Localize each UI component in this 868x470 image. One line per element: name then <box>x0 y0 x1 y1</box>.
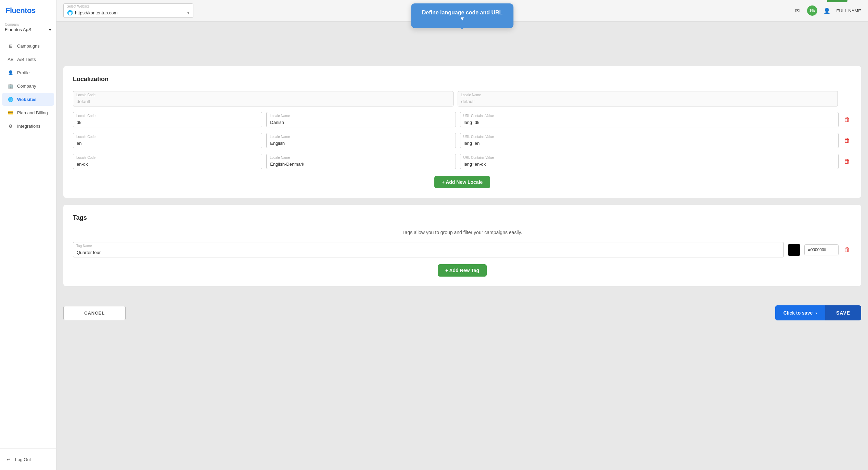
locale-name-label-0: Locale Name <box>270 114 290 118</box>
locale-code-field-1: Locale Code <box>73 133 262 148</box>
default-locale-row: Locale Code Locale Name <box>73 91 852 106</box>
default-code-input[interactable] <box>73 91 454 106</box>
company-selector[interactable]: Company Fluentos ApS ▾ <box>0 21 56 36</box>
avatar[interactable]: 1% <box>807 5 817 16</box>
sidebar-item-company[interactable]: 🏢 Company <box>2 79 54 92</box>
locale-url-field-0: URL Contains Value <box>460 112 839 127</box>
tooltip-line2: ▼ <box>422 16 503 22</box>
website-select-label: Select Website <box>67 4 90 8</box>
sidebar-label-websites: Websites <box>17 97 37 102</box>
chevron-down-icon: ▾ <box>49 27 51 32</box>
locale-name-field-0: Locale Name <box>266 112 456 127</box>
add-tag-button[interactable]: + Add New Tag <box>438 264 487 277</box>
profile-icon: 👤 <box>8 69 14 76</box>
locale-name-input-0[interactable] <box>266 112 456 127</box>
grid-icon: ⊞ <box>8 43 14 49</box>
color-hex-input[interactable] <box>804 244 839 255</box>
website-select[interactable]: Select Website 🌐 https://kontentup.com ▾ <box>63 3 193 18</box>
website-selector-wrapper: Select Website 🌐 https://kontentup.com ▾ <box>63 3 193 18</box>
tag-name-input[interactable] <box>73 242 784 257</box>
locale-url-label-2: URL Contains Value <box>463 156 494 160</box>
locale-url-label-1: URL Contains Value <box>463 135 494 139</box>
mail-icon[interactable]: ✉ <box>793 6 802 15</box>
arrow-right-icon: › <box>815 310 817 316</box>
tag-name-label: Tag Name <box>76 244 92 248</box>
sidebar-item-ab-tests[interactable]: AB A/B Tests <box>2 53 54 66</box>
delete-locale-button-2[interactable]: 🗑 <box>843 156 852 166</box>
sidebar-label-integrations: Integrations <box>17 124 40 129</box>
locale-name-field-2: Locale Name <box>266 154 456 169</box>
locale-url-input-0[interactable] <box>460 112 839 127</box>
tags-card: Tags Tags allow you to group and filter … <box>63 205 861 286</box>
locale-code-input-1[interactable] <box>73 133 262 148</box>
tags-title: Tags <box>73 214 852 221</box>
locale-name-input-1[interactable] <box>266 133 456 148</box>
locale-url-field-1: URL Contains Value <box>460 133 839 148</box>
app-logo: Fluentos <box>0 0 56 21</box>
locale-name-label-1: Locale Name <box>270 135 290 139</box>
locale-code-input-0[interactable] <box>73 112 262 127</box>
delete-locale-button-1[interactable]: 🗑 <box>843 136 852 145</box>
sidebar-label-company: Company <box>17 84 36 89</box>
locale-code-label-1: Locale Code <box>76 135 95 139</box>
sidebar-label-ab-tests: A/B Tests <box>17 57 36 62</box>
default-code-label: Locale Code <box>76 93 95 97</box>
locale-row-2: Locale Code Locale Name URL Contains Val… <box>73 154 852 169</box>
sidebar: Fluentos Company Fluentos ApS ▾ ⊞ Campai… <box>0 0 56 470</box>
progress-bar <box>827 0 847 2</box>
company-label: Company <box>5 23 51 26</box>
add-locale-button[interactable]: + Add New Locale <box>434 176 490 188</box>
sidebar-label-campaigns: Campaigns <box>17 43 40 49</box>
click-to-save-button[interactable]: Click to save › <box>775 305 825 320</box>
default-name-input[interactable] <box>458 91 838 106</box>
locale-url-field-2: URL Contains Value <box>460 154 839 169</box>
tag-name-field: Tag Name <box>73 242 784 257</box>
localization-title: Localization <box>73 76 852 83</box>
website-url: https://kontentup.com <box>75 10 187 15</box>
locale-code-field-2: Locale Code <box>73 154 262 169</box>
delete-tag-button[interactable]: 🗑 <box>843 245 852 255</box>
chevron-down-icon: ▾ <box>187 10 190 15</box>
company-icon: 🏢 <box>8 83 14 89</box>
cancel-button[interactable]: CANCEL <box>63 306 126 320</box>
save-group: Click to save › SAVE <box>775 305 861 320</box>
locale-name-label-2: Locale Name <box>270 156 290 160</box>
user-icon: 👤 <box>822 6 832 15</box>
locale-code-label-0: Locale Code <box>76 114 95 118</box>
logout-button[interactable]: ↩ Log Out <box>0 453 56 466</box>
locale-row-0: Locale Code Locale Name URL Contains Val… <box>73 112 852 127</box>
tooltip-line1: Define language code and URL <box>422 10 503 16</box>
default-name-label: Locale Name <box>461 93 481 97</box>
default-code-field: Locale Code <box>73 91 454 106</box>
sidebar-item-campaigns[interactable]: ⊞ Campaigns <box>2 39 54 52</box>
default-name-field: Locale Name <box>458 91 838 106</box>
globe-icon: 🌐 <box>67 10 73 15</box>
company-name[interactable]: Fluentos ApS ▾ <box>5 27 51 32</box>
color-swatch[interactable] <box>788 244 800 256</box>
sidebar-item-integrations[interactable]: ⚙ Integrations <box>2 119 54 132</box>
sidebar-label-billing: Plan and Billing <box>17 110 48 115</box>
save-button[interactable]: SAVE <box>825 305 861 320</box>
delete-locale-button-0[interactable]: 🗑 <box>843 115 852 125</box>
sidebar-item-plan-billing[interactable]: 💳 Plan and Billing <box>2 106 54 119</box>
topbar-right: ✉ 1% 👤 FULL NAME <box>793 5 861 16</box>
ab-icon: AB <box>8 56 14 62</box>
locale-url-input-1[interactable] <box>460 133 839 148</box>
tooltip-bubble: Define language code and URL ▼ <box>411 3 514 28</box>
sidebar-item-profile[interactable]: 👤 Profile <box>2 66 54 79</box>
locale-code-input-2[interactable] <box>73 154 262 169</box>
locale-url-input-2[interactable] <box>460 154 839 169</box>
sidebar-bottom: ↩ Log Out <box>0 448 56 470</box>
locale-url-label-0: URL Contains Value <box>463 114 494 118</box>
integrations-icon: ⚙ <box>8 123 14 129</box>
sidebar-item-websites[interactable]: 🌐 Websites <box>2 93 54 106</box>
websites-icon: 🌐 <box>8 96 14 102</box>
locale-code-label-2: Locale Code <box>76 156 95 160</box>
main-content: Select Website 🌐 https://kontentup.com ▾… <box>56 0 868 470</box>
locale-name-input-2[interactable] <box>266 154 456 169</box>
localization-card: Localization Locale Code Locale Name Loc… <box>63 66 861 198</box>
click-to-save-label: Click to save <box>783 310 813 316</box>
full-name: FULL NAME <box>837 8 861 13</box>
logout-icon: ↩ <box>5 456 12 462</box>
bottom-actions: CANCEL Click to save › SAVE <box>56 300 868 326</box>
